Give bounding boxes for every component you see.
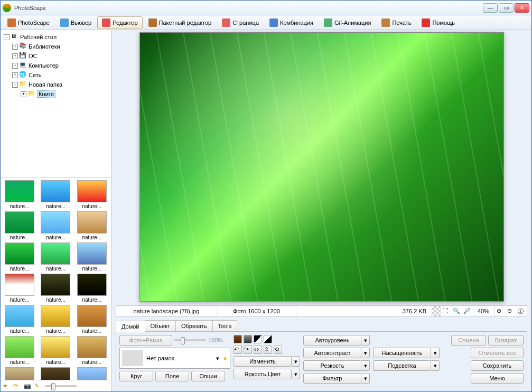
flip-h-icon[interactable]: ⇔ xyxy=(254,346,262,354)
toolbar-tab-8[interactable]: Помощь xyxy=(417,16,460,29)
thumbnail-7[interactable]: nature... xyxy=(39,242,72,272)
tree-node-1[interactable]: +📚Библиотеки xyxy=(3,42,109,51)
bright-color-dropdown[interactable]: ▾ xyxy=(292,369,300,379)
sepia-icon[interactable] xyxy=(234,335,242,343)
thumbnail-13[interactable]: nature... xyxy=(39,305,72,334)
tree-toggle[interactable]: + xyxy=(21,91,26,97)
autocontrast-dropdown[interactable]: ▾ xyxy=(361,348,370,358)
thumbnail-8[interactable]: nature... xyxy=(75,242,109,272)
tree-node-4[interactable]: +🌐Сеть xyxy=(3,70,109,80)
toolbar-tab-1[interactable]: Вьювер xyxy=(55,16,96,29)
bottom-tab-0[interactable]: Домой xyxy=(116,321,145,332)
thumbnail-12[interactable]: nature... xyxy=(3,305,36,334)
toolbar-tab-3[interactable]: Пакетный редактор xyxy=(144,16,217,29)
invert-icon[interactable] xyxy=(264,335,272,343)
thumbnail-11[interactable]: nature... xyxy=(75,274,109,303)
autolevel-button[interactable]: Автоуровень xyxy=(303,335,361,346)
backlight-button[interactable]: Подсветка xyxy=(373,360,431,371)
bright-color-button[interactable]: Яркость,Цвет xyxy=(234,369,292,379)
refresh-icon[interactable]: ⟳ xyxy=(13,382,21,390)
undo-button[interactable]: Отмена xyxy=(451,335,486,346)
thumbnail-6[interactable]: nature... xyxy=(3,242,36,272)
canvas-image[interactable] xyxy=(139,32,504,302)
info-icon[interactable]: ⓘ xyxy=(518,307,525,315)
saturation-dropdown[interactable]: ▾ xyxy=(431,348,440,358)
zoom-fit-icon[interactable]: 🔎 xyxy=(463,307,471,315)
redo-button[interactable]: Возврат xyxy=(488,335,524,346)
tree-node-3[interactable]: +💻Компьютер xyxy=(3,61,109,70)
bw-icon[interactable] xyxy=(254,335,262,343)
camera-icon[interactable]: 📷 xyxy=(24,382,31,390)
undo-all-button[interactable]: Отменить все xyxy=(471,348,524,358)
photo-frame-button[interactable]: Фото+Рамка xyxy=(119,335,172,346)
tree-node-6[interactable]: +📁Книги xyxy=(3,89,109,99)
maximize-button[interactable]: ▭ xyxy=(499,3,514,13)
save-button[interactable]: Сохранить xyxy=(471,360,524,371)
tree-toggle[interactable]: + xyxy=(12,72,18,78)
tree-toggle[interactable]: + xyxy=(12,63,18,69)
thumbnail-10[interactable]: nature... xyxy=(39,274,72,303)
zoom-in-icon[interactable]: ⊕ xyxy=(497,307,504,315)
tree-node-5[interactable]: -📁Новая папка xyxy=(3,80,109,89)
filter-dropdown[interactable]: ▾ xyxy=(361,373,370,384)
thumbnail-5[interactable]: nature... xyxy=(75,211,109,240)
thumbnail-3[interactable]: nature... xyxy=(3,211,36,240)
flip-v-icon[interactable]: ⇕ xyxy=(264,346,272,354)
minimize-button[interactable]: — xyxy=(483,3,498,13)
toolbar-tab-2[interactable]: Редактор xyxy=(97,16,142,29)
frame-slider[interactable] xyxy=(174,339,206,341)
fit-icon[interactable]: ⛶ xyxy=(442,307,450,315)
autolevel-dropdown[interactable]: ▾ xyxy=(361,335,370,346)
bottom-tab-1[interactable]: Объект xyxy=(145,320,176,331)
free-rotate-icon[interactable]: ⟲ xyxy=(274,346,282,354)
thumbnail-14[interactable]: nature... xyxy=(75,305,109,334)
backlight-dropdown[interactable]: ▾ xyxy=(431,360,440,371)
thumb-size-slider[interactable] xyxy=(45,385,77,387)
star-icon[interactable]: ★ xyxy=(3,382,10,390)
resize-button[interactable]: Изменить xyxy=(234,356,292,367)
thumbnail-18[interactable] xyxy=(3,367,36,380)
close-button[interactable]: ✕ xyxy=(515,3,529,13)
bottom-tab-3[interactable]: Tools xyxy=(212,320,238,331)
tree-toggle[interactable]: - xyxy=(4,34,10,40)
toolbar-tab-0[interactable]: PhotoScape xyxy=(3,16,54,29)
tree-node-0[interactable]: -🖥Рабочий стол xyxy=(3,32,109,42)
toolbar-tab-4[interactable]: Страница xyxy=(217,16,264,29)
thumbnail-16[interactable]: nature... xyxy=(39,336,72,365)
bottom-tab-2[interactable]: Обрезать xyxy=(175,320,213,331)
sharpen-dropdown[interactable]: ▾ xyxy=(361,360,370,371)
thumbnail-15[interactable]: nature... xyxy=(3,336,36,365)
sharpen-button[interactable]: Резкость xyxy=(303,360,361,371)
toolbar-tab-7[interactable]: Печать xyxy=(377,16,416,29)
filter-button[interactable]: Фильтр xyxy=(303,373,361,384)
thumbnail-20[interactable] xyxy=(75,367,109,380)
thumbnail-19[interactable] xyxy=(39,367,72,380)
tree-toggle[interactable]: + xyxy=(12,53,18,59)
thumbnail-9[interactable]: nature... xyxy=(3,274,36,303)
zoom-actual-icon[interactable]: 🔍 xyxy=(453,307,460,315)
thumbnail-0[interactable]: nature... xyxy=(3,180,36,209)
rotate-right-icon[interactable]: ↷ xyxy=(244,346,252,354)
autocontrast-button[interactable]: Автоконтраст xyxy=(303,348,361,358)
draw-icon[interactable]: ✎ xyxy=(34,382,42,390)
tree-toggle[interactable]: + xyxy=(12,44,18,50)
transparency-icon[interactable] xyxy=(432,306,441,316)
zoom-out-icon[interactable]: ⊖ xyxy=(507,307,515,315)
frame-selector[interactable]: Нет рамок ▾ ★ xyxy=(119,348,230,369)
gray-icon[interactable] xyxy=(244,335,252,343)
options-button[interactable]: Опции xyxy=(191,371,225,381)
thumbnail-2[interactable]: nature... xyxy=(75,180,109,209)
circle-button[interactable]: Круг xyxy=(119,371,153,381)
thumbnail-1[interactable]: nature... xyxy=(39,180,72,209)
saturation-button[interactable]: Насыщенность xyxy=(373,348,431,358)
resize-dropdown[interactable]: ▾ xyxy=(292,356,300,367)
tree-toggle[interactable]: - xyxy=(12,82,18,88)
menu-button[interactable]: Меню xyxy=(471,373,524,384)
toolbar-tab-5[interactable]: Комбинация xyxy=(265,16,318,29)
thumbnail-4[interactable]: nature... xyxy=(39,211,72,240)
toolbar-tab-6[interactable]: Gif-Анимация xyxy=(319,16,376,29)
rotate-left-icon[interactable]: ↶ xyxy=(234,346,242,354)
field-button[interactable]: Поле xyxy=(155,371,189,381)
thumbnail-17[interactable]: nature... xyxy=(75,336,109,365)
tree-node-2[interactable]: +💾ОС xyxy=(3,51,109,61)
